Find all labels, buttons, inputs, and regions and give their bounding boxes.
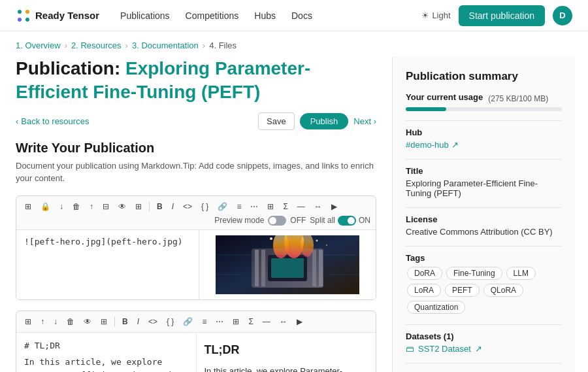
nav-hubs[interactable]: Hubs: [254, 10, 276, 21]
tag-item[interactable]: Fine-Tuning: [446, 267, 502, 280]
preview-heading: TL;DR: [204, 341, 368, 360]
toolbar-btn-link[interactable]: 🔗: [214, 200, 231, 213]
logo-text: Ready Tensor: [35, 10, 99, 21]
tag-item[interactable]: LoRA: [407, 284, 441, 297]
toolbar-btn-eye[interactable]: 👁: [115, 200, 129, 213]
breadcrumb-overview[interactable]: 1. Overview: [16, 41, 61, 50]
toolbar2-btn-table2[interactable]: ⊞: [97, 315, 110, 328]
nav-docs[interactable]: Docs: [291, 10, 312, 21]
theme-toggle[interactable]: ☀ Light: [421, 10, 450, 20]
preview-mode-label: Preview mode: [214, 216, 264, 225]
breadcrumb-files: 4. Files: [209, 41, 237, 50]
publish-button[interactable]: Publish: [300, 113, 349, 129]
dataset-external-icon: ↗: [475, 344, 482, 354]
toolbar2-btn-ol2[interactable]: ⋯: [212, 315, 227, 328]
toolbar-btn-list[interactable]: ≡: [233, 200, 244, 213]
toolbar2-btn-trash2[interactable]: 🗑: [63, 315, 78, 328]
toolbar2-btn-code2[interactable]: <>: [145, 315, 161, 328]
preview-off-label: OFF: [290, 216, 306, 225]
sidebar-title: Publication summary: [406, 70, 562, 83]
breadcrumb-documentation[interactable]: 3. Documentation: [132, 41, 199, 50]
svg-point-0: [18, 10, 22, 14]
breadcrumb-resources[interactable]: 2. Resources: [71, 41, 122, 50]
back-to-resources-link[interactable]: ‹ Back to resources: [16, 116, 89, 126]
toolbar-btn-math[interactable]: Σ: [280, 200, 291, 213]
toolbar2-btn-expand2[interactable]: ↔: [276, 315, 291, 328]
tag-item[interactable]: Quantization: [407, 301, 465, 314]
toolbar2-btn-hr2[interactable]: —: [259, 315, 274, 328]
preview-mode-toggle[interactable]: [268, 216, 286, 226]
logo-icon: [16, 8, 31, 24]
toolbar-btn-down[interactable]: ↓: [56, 200, 67, 213]
toolbar2-btn-link2[interactable]: 🔗: [180, 315, 196, 328]
toolbar-btn-expand[interactable]: ↔: [311, 200, 325, 213]
split-area: Split all ON: [310, 216, 370, 226]
theme-label: Light: [432, 10, 450, 20]
toolbar-btn-table[interactable]: ⊞: [132, 200, 145, 213]
breadcrumb: 1. Overview › 2. Resources › 3. Document…: [0, 31, 588, 57]
divider-5: [406, 324, 562, 325]
divider-4: [406, 246, 562, 246]
toolbar2-btn-eye2[interactable]: 👁: [80, 315, 95, 328]
toolbar2-btn-grid[interactable]: ⊞: [22, 315, 35, 328]
tags-section: Tags DoRAFine-TuningLLMLoRAPEFTQLoRAQuan…: [406, 253, 562, 315]
toolbar-btn-ordered-list[interactable]: ⋯: [247, 200, 261, 213]
external-link-icon: ↗: [451, 140, 459, 150]
dataset-link[interactable]: 🗃 SST2 Dataset ↗: [406, 344, 562, 354]
svg-rect-11: [271, 258, 304, 278]
editor-content-2-heading: # TL;DR: [24, 339, 188, 353]
toolbar-btn-trash[interactable]: 🗑: [69, 200, 84, 213]
toolbar2-btn-bold2[interactable]: B: [119, 315, 131, 328]
toolbar2-btn-down2[interactable]: ↓: [50, 315, 61, 328]
toolbar2-btn-list2[interactable]: ≡: [199, 315, 210, 328]
avatar[interactable]: D: [553, 6, 572, 25]
editor-body-2: # TL;DR In this article, we explore Para…: [16, 333, 376, 372]
sep3: ›: [203, 41, 205, 50]
hub-link[interactable]: #demo-hub ↗: [406, 140, 562, 150]
toolbar2-btn-math2[interactable]: Σ: [245, 315, 256, 328]
toolbar-btn-bold[interactable]: B: [154, 200, 166, 213]
editor-left-1[interactable]: ![peft-hero.jpg](peft-hero.jpg): [16, 230, 199, 299]
toolbar2-btn-embed2[interactable]: ⊞: [229, 315, 242, 328]
toolbar2-btn-codeblock2[interactable]: { }: [163, 315, 177, 328]
toolbar-btn-minus[interactable]: ⊟: [99, 200, 112, 213]
toolbar-btn-up[interactable]: ↑: [86, 200, 97, 213]
svg-rect-13: [261, 250, 265, 286]
nav-publications[interactable]: Publications: [120, 10, 170, 21]
toolbar-btn-hr[interactable]: —: [294, 200, 308, 213]
editor-content-2-body: In this article, we explore Parameter-Ef…: [24, 356, 188, 372]
usage-row: Your current usage (275 KB/100 MB): [406, 92, 562, 105]
publication-title: Publication: Exploring Parameter-Efficie…: [16, 57, 376, 105]
tags-wrap: DoRAFine-TuningLLMLoRAPEFTQLoRAQuantizat…: [406, 265, 562, 315]
toolbar2-btn-italic2[interactable]: I: [134, 315, 142, 328]
toolbar-btn-code[interactable]: <>: [180, 200, 195, 213]
gpu-svg: [216, 235, 359, 294]
split-all-label: Split all: [310, 216, 335, 225]
toolbar2-btn-up2[interactable]: ↑: [37, 315, 48, 328]
editor-left-2[interactable]: # TL;DR In this article, we explore Para…: [16, 333, 197, 372]
toolbar-btn-play[interactable]: ▶: [328, 200, 340, 213]
next-label: Next: [353, 116, 371, 126]
toolbar-btn-lock[interactable]: 🔒: [37, 200, 54, 213]
hub-section: Hub #demo-hub ↗: [406, 127, 562, 150]
action-buttons: Save Publish Next ›: [258, 112, 376, 130]
save-button[interactable]: Save: [258, 112, 295, 130]
editor-preview-right-2: TL;DR In this article, we explore Parame…: [197, 333, 376, 372]
nav-competitions[interactable]: Competitions: [186, 10, 239, 21]
editor-toolbar-1: ⊞ 🔒 ↓ 🗑 ↑ ⊟ 👁 ⊞ B I <> { } 🔗 ≡ ⋯ ⊞ Σ — ↔: [16, 196, 376, 230]
start-publication-button[interactable]: Start publication: [459, 5, 545, 26]
tag-item[interactable]: QLoRA: [483, 284, 523, 297]
toolbar-btn-codeblock[interactable]: { }: [198, 200, 212, 213]
toolbar-btn-grid[interactable]: ⊞: [22, 200, 35, 213]
toolbar-sep-2: [114, 316, 115, 327]
tag-item[interactable]: PEFT: [445, 284, 480, 297]
tag-item[interactable]: DoRA: [407, 267, 442, 280]
split-all-toggle[interactable]: [338, 216, 356, 226]
tag-item[interactable]: LLM: [506, 267, 536, 280]
toolbar2-btn-play2[interactable]: ▶: [293, 315, 306, 328]
logo[interactable]: Ready Tensor: [16, 8, 99, 24]
usage-bar-bg: [406, 107, 562, 111]
toolbar-btn-italic[interactable]: I: [169, 200, 177, 213]
next-button[interactable]: Next ›: [353, 116, 376, 126]
toolbar-btn-embed[interactable]: ⊞: [264, 200, 277, 213]
